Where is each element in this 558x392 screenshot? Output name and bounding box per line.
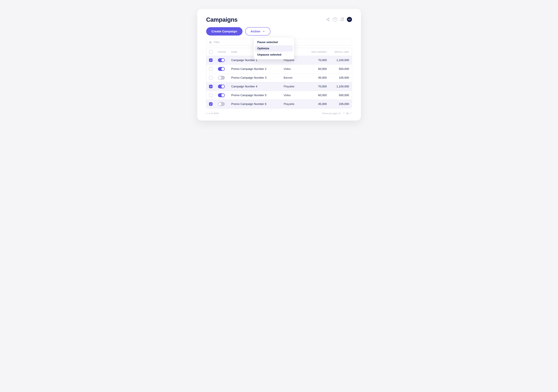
status-toggle[interactable]	[218, 84, 225, 88]
dropdown-item-optimize[interactable]: Optimize	[255, 45, 293, 51]
table-row[interactable]: Promo Campaign Number 3Banner45,000105,0…	[206, 73, 352, 82]
dropdown-item-unpause[interactable]: Unpause selected	[255, 51, 293, 58]
pager: 10	[343, 112, 352, 115]
install-limit: 500,000	[327, 67, 349, 71]
table-row[interactable]: Campaign Number 4Playable70,0001,100,000	[206, 82, 352, 91]
table-footer: 1 - 6 of 4500 Rows per page 10 10	[206, 112, 352, 115]
help-icon[interactable]: ?	[333, 17, 337, 22]
svg-point-7	[210, 41, 210, 42]
campaign-name: Promo Campaign Number 5	[231, 94, 284, 97]
row-checkbox[interactable]	[209, 58, 213, 62]
row-checkbox[interactable]	[209, 85, 213, 88]
status-toggle[interactable]	[218, 102, 225, 106]
svg-point-0	[328, 18, 329, 19]
notifications-icon[interactable]	[340, 17, 345, 22]
row-checkbox[interactable]	[209, 102, 213, 106]
filter-icon	[209, 41, 212, 44]
campaign-name: Promo Campaign Number 3	[231, 76, 284, 79]
filter-placeholder: Filter	[214, 41, 220, 44]
svg-point-5	[343, 18, 344, 19]
dropdown-item-pause[interactable]: Pause selected	[255, 39, 293, 45]
column-daily-budget: DAILY BUDGET	[305, 51, 327, 53]
current-page: 10	[346, 112, 349, 115]
install-limit: 105,000	[327, 76, 349, 79]
table-row[interactable]: Promo Campaign Number 5Video60,000500,00…	[206, 91, 352, 100]
install-limit: 1,100,000	[327, 58, 349, 62]
install-limit: 1,100,000	[327, 85, 349, 88]
daily-budget: 60,000	[305, 94, 327, 97]
svg-point-1	[327, 19, 327, 20]
row-checkbox[interactable]	[209, 67, 213, 71]
campaign-name: Campaign Number 4	[231, 85, 284, 88]
range-label: 1 - 6 of 4500	[206, 112, 219, 115]
rows-per-page-label: Rows per page 10	[322, 112, 340, 115]
campaign-type: Video	[284, 94, 305, 97]
row-checkbox[interactable]	[209, 76, 213, 80]
campaign-type: Video	[284, 67, 305, 71]
campaign-name: Promo Campaign Number 6	[231, 102, 284, 106]
svg-point-9	[210, 42, 211, 42]
campaign-type: Playable	[284, 102, 305, 106]
daily-budget: 70,000	[305, 58, 327, 62]
status-toggle[interactable]	[218, 67, 225, 71]
header: Campaigns ? AJ	[206, 16, 352, 23]
daily-budget: 60,000	[305, 67, 327, 71]
select-all-checkbox[interactable]	[209, 50, 213, 54]
svg-point-2	[328, 20, 329, 21]
install-limit: 105,000	[327, 102, 349, 106]
install-limit: 500,000	[327, 94, 349, 97]
next-page-button[interactable]	[350, 112, 352, 115]
status-toggle[interactable]	[218, 93, 225, 97]
column-status: STATUS	[218, 51, 231, 53]
avatar[interactable]: AJ	[347, 17, 352, 22]
header-icons: ? AJ	[325, 17, 352, 22]
status-toggle[interactable]	[218, 76, 225, 80]
table-row[interactable]: Promo Campaign Number 6Playable45,000105…	[206, 100, 352, 108]
action-dropdown-label: Action	[251, 30, 260, 33]
daily-budget: 45,000	[305, 102, 327, 106]
svg-point-11	[209, 43, 210, 43]
status-toggle[interactable]	[218, 58, 225, 62]
daily-budget: 70,000	[305, 85, 327, 88]
svg-line-4	[327, 20, 328, 20]
footer-right: Rows per page 10 10	[322, 112, 352, 115]
campaign-type: Banner	[284, 76, 305, 79]
daily-budget: 45,000	[305, 76, 327, 79]
page-title: Campaigns	[206, 16, 238, 23]
action-dropdown-button[interactable]: Action	[245, 27, 270, 35]
column-install-limit: INSTALL LIMIT	[327, 51, 349, 53]
action-dropdown-menu: Pause selected Optimize Unpause selected	[254, 38, 294, 59]
chevron-down-icon	[262, 30, 265, 33]
row-checkbox[interactable]	[209, 93, 213, 97]
actions-row: Create Campaign Action Pause selected Op…	[206, 27, 352, 35]
table-body: Campaign Number 1Playable70,0001,100,000…	[206, 56, 352, 108]
campaign-name: Promo Campaign Number 2	[231, 67, 284, 71]
prev-page-button[interactable]	[343, 112, 345, 115]
campaign-type: Playable	[284, 85, 305, 88]
share-icon[interactable]	[325, 17, 330, 22]
campaigns-panel: Campaigns ? AJ Create Campaign Action Pa…	[197, 9, 361, 120]
table-row[interactable]: Promo Campaign Number 2Video60,000500,00…	[206, 65, 352, 73]
svg-line-3	[327, 19, 328, 19]
create-campaign-button[interactable]: Create Campaign	[206, 27, 243, 35]
